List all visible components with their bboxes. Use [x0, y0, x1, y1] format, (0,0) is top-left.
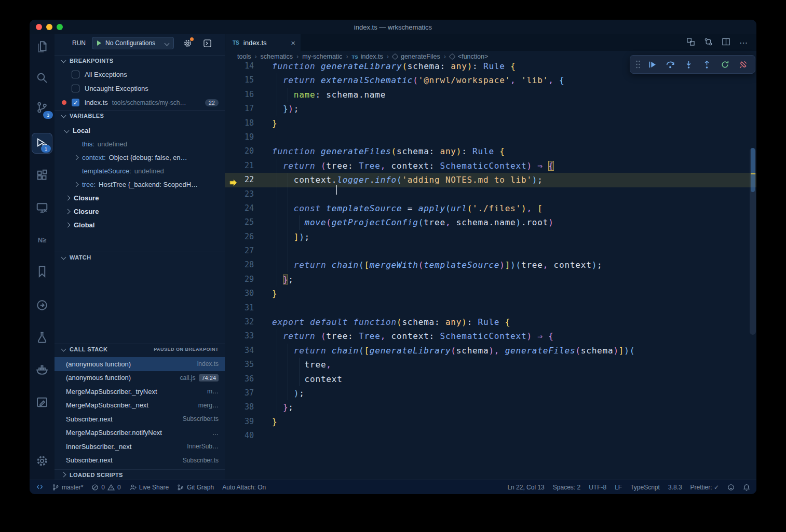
auto-attach-status[interactable]: Auto Attach: On	[222, 484, 266, 491]
debug-console-icon[interactable]	[203, 39, 212, 49]
breadcrumb-item-schematics[interactable]: schematics	[261, 53, 293, 60]
code-line[interactable]: 38 };	[225, 400, 756, 414]
code-line[interactable]: 27	[225, 244, 756, 258]
scope-row[interactable]: Closure	[55, 204, 225, 218]
explorer-icon[interactable]	[30, 34, 55, 59]
call-stack-frame[interactable]: (anonymous function)index.ts	[55, 357, 225, 371]
cursor-position-status[interactable]: Ln 22, Col 13	[507, 484, 544, 491]
code-line[interactable]: 36 context	[225, 372, 756, 386]
feedback-icon[interactable]	[727, 484, 735, 491]
step-into-button[interactable]	[680, 57, 697, 72]
eol-status[interactable]: LF	[615, 484, 622, 491]
toolbar-drag-handle[interactable]	[634, 57, 642, 72]
disconnect-button[interactable]	[735, 57, 751, 72]
step-out-button[interactable]	[698, 57, 715, 72]
breakpoints-section-header[interactable]: BREAKPOINTS	[55, 55, 225, 65]
breadcrumb-item-tools[interactable]: tools	[237, 53, 251, 60]
encoding-status[interactable]: UTF-8	[589, 484, 606, 491]
scope-row[interactable]: Closure	[55, 191, 225, 204]
bell-icon[interactable]	[743, 484, 750, 491]
code-line[interactable]: 31	[225, 301, 756, 315]
remote-indicator[interactable]	[36, 483, 44, 491]
split-editor-icon[interactable]	[722, 37, 730, 48]
run-debug-icon[interactable]: 1	[32, 133, 52, 154]
code-line[interactable]: 29 };	[225, 272, 756, 287]
breadcrumb-item-my-schematic[interactable]: my-schematic	[302, 53, 342, 60]
variable-row[interactable]: tree:HostTree {_backend: ScopedH…	[55, 178, 225, 191]
breadcrumb-item-file[interactable]: TSindex.ts	[352, 53, 383, 60]
scope-row[interactable]: Global	[55, 218, 225, 231]
call-stack-frame[interactable]: MergeMapSubscriber._nextmerg…	[55, 399, 225, 413]
code-line[interactable]: 21 return (tree: Tree, context: Schemati…	[225, 159, 756, 173]
variables-section-header[interactable]: VARIABLES	[55, 110, 225, 120]
remote-explorer-icon[interactable]	[30, 195, 55, 220]
code-line[interactable]: 24 const templateSource = apply(url('./f…	[225, 201, 756, 215]
variable-row[interactable]: context:Object {debug: false, en…	[55, 151, 225, 164]
call-stack-frame[interactable]: Subscriber.nextSubscriber.ts	[55, 454, 225, 468]
code-line[interactable]: 39}	[225, 415, 756, 429]
call-stack-frame[interactable]: MergeMapSubscriber._tryNextm…	[55, 385, 225, 399]
breakpoint-checkbox[interactable]: ✓	[72, 99, 79, 106]
variable-row[interactable]: templateSource:undefined	[55, 164, 225, 178]
docker-icon[interactable]	[30, 357, 55, 382]
close-window-button[interactable]	[36, 24, 42, 30]
code-line[interactable]: 16 name: schema.name	[225, 88, 756, 102]
breadcrumb-item-function[interactable]: <function>	[450, 53, 488, 60]
step-over-button[interactable]	[662, 57, 679, 72]
zoom-window-button[interactable]	[57, 24, 63, 30]
problems-status[interactable]: 0 0	[91, 484, 120, 491]
breakpoint-checkbox[interactable]	[72, 71, 79, 78]
code-line[interactable]: 37 );	[225, 386, 756, 400]
code-line[interactable]: 40	[225, 429, 756, 443]
code-line[interactable]: 22 context.logger.info('adding NOTES.md …	[225, 173, 756, 187]
call-stack-frame[interactable]: (anonymous function)call.js74:24	[55, 371, 225, 385]
close-tab-icon[interactable]: ×	[291, 39, 295, 47]
language-mode-status[interactable]: TypeScript	[630, 484, 660, 491]
code-line[interactable]: 30}	[225, 287, 756, 301]
call-stack-section-header[interactable]: CALL STACK PAUSED ON BREAKPOINT	[55, 344, 225, 354]
nx-console-icon[interactable]: N≥	[30, 227, 55, 252]
test-beaker-icon[interactable]	[30, 325, 55, 350]
git-compare-icon[interactable]	[704, 37, 713, 48]
circle-arrow-icon[interactable]	[30, 293, 55, 318]
tab-index-ts[interactable]: TS index.ts ×	[225, 34, 301, 51]
minimize-window-button[interactable]	[46, 24, 52, 30]
code-line[interactable]: 28 return chain([mergeWith(templateSourc…	[225, 258, 756, 272]
breakpoint-row[interactable]: ✓index.tstools/schematics/my-sch…22	[55, 96, 225, 110]
loaded-scripts-section-header[interactable]: LOADED SCRIPTS	[55, 469, 225, 480]
configure-gear-icon[interactable]	[183, 39, 192, 49]
code-line[interactable]: 20function generateFiles(schema: any): R…	[225, 144, 756, 158]
prettier-status[interactable]: Prettier: ✓	[690, 484, 719, 491]
live-share-status[interactable]: Live Share	[129, 484, 169, 491]
code-line[interactable]: 34 return chain([generateLibrary(schema)…	[225, 344, 756, 358]
source-control-icon[interactable]: 3	[30, 95, 55, 120]
ts-version-status[interactable]: 3.8.3	[668, 484, 682, 491]
start-debug-icon[interactable]	[97, 40, 101, 46]
bookmarks-icon[interactable]	[30, 259, 55, 284]
code-line[interactable]: 23	[225, 187, 756, 201]
call-stack-frame[interactable]: MergeMapSubscriber.notifyNext…	[55, 426, 225, 440]
code-line[interactable]: 19	[225, 130, 756, 144]
call-stack-frame[interactable]: Subscriber.nextSubscriber.ts	[55, 412, 225, 426]
restart-button[interactable]	[716, 57, 733, 72]
indentation-status[interactable]: Spaces: 2	[553, 484, 580, 491]
code-line[interactable]: 26 ]);	[225, 230, 756, 244]
edit-tools-icon[interactable]	[30, 390, 55, 415]
extensions-icon[interactable]	[30, 163, 55, 188]
git-branch-status[interactable]: master*	[52, 484, 83, 491]
watch-section-header[interactable]: WATCH	[55, 252, 225, 262]
scope-local-row[interactable]: Local	[55, 124, 225, 137]
code-editor[interactable]: 14function generateLibrary(schema: any):…	[225, 62, 756, 480]
diff-icon[interactable]	[686, 37, 695, 48]
code-line[interactable]: 33 return (tree: Tree, context: Schemati…	[225, 329, 756, 343]
editor-scrollbar[interactable]	[749, 62, 756, 480]
breakpoint-checkbox[interactable]	[72, 85, 79, 92]
code-line[interactable]: 18}	[225, 116, 756, 130]
breadcrumb-item-symbol[interactable]: generateFiles	[392, 53, 440, 60]
variable-row[interactable]: this:undefined	[55, 137, 225, 151]
call-stack-frame[interactable]: InnerSubscriber._nextInnerSub…	[55, 440, 225, 454]
code-line[interactable]: 32export default function(schema: any): …	[225, 315, 756, 329]
code-line[interactable]: 25 move(getProjectConfig(tree, schema.na…	[225, 215, 756, 229]
git-graph-status[interactable]: Git Graph	[177, 484, 214, 491]
settings-gear-icon[interactable]	[30, 448, 55, 473]
